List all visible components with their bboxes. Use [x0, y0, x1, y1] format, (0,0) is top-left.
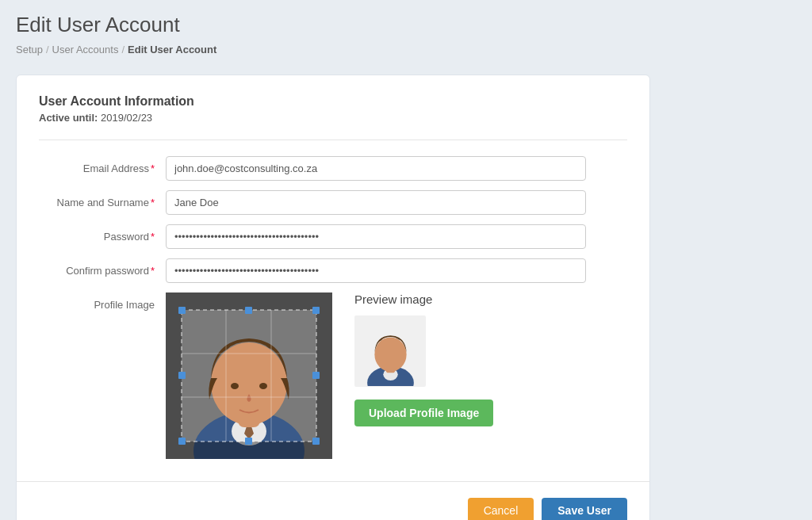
- password-field[interactable]: [166, 224, 586, 249]
- breadcrumb-user-accounts[interactable]: User Accounts: [52, 44, 119, 55]
- preview-avatar-svg: [357, 316, 424, 386]
- confirm-password-label: Confirm password*: [39, 265, 166, 277]
- svg-rect-23: [312, 372, 320, 379]
- cancel-button[interactable]: Cancel: [468, 498, 534, 520]
- breadcrumb-setup[interactable]: Setup: [16, 44, 43, 55]
- name-group: Name and Surname*: [39, 190, 627, 215]
- password-label: Password*: [39, 231, 166, 243]
- preview-label: Preview image: [354, 292, 432, 306]
- section-title: User Account Information: [39, 94, 627, 109]
- upload-profile-image-button[interactable]: Upload Profile Image: [354, 400, 493, 426]
- svg-rect-19: [312, 438, 320, 445]
- profile-image-label: Profile Image: [39, 292, 166, 311]
- svg-rect-21: [245, 438, 252, 445]
- confirm-password-field[interactable]: [166, 258, 586, 283]
- svg-point-28: [374, 337, 406, 372]
- form-card: User Account Information Active until: 2…: [16, 75, 650, 520]
- save-user-button[interactable]: Save User: [542, 498, 627, 520]
- footer-actions: Cancel Save User: [39, 498, 627, 520]
- profile-image-section: Profile Image: [39, 292, 627, 459]
- crop-overlay: [166, 292, 332, 459]
- svg-rect-17: [312, 307, 320, 314]
- footer-divider: [17, 481, 649, 482]
- password-group: Password*: [39, 224, 627, 249]
- crop-svg: [166, 292, 332, 459]
- preview-section: Preview image: [354, 292, 493, 426]
- svg-rect-20: [245, 307, 252, 314]
- preview-avatar: [354, 315, 426, 387]
- active-until: Active until: 2019/02/23: [39, 112, 627, 124]
- breadcrumb: Setup / User Accounts / Edit User Accoun…: [16, 44, 216, 55]
- svg-rect-16: [178, 307, 186, 314]
- email-label: Email Address*: [39, 162, 166, 174]
- page-title: Edit User Account: [16, 13, 216, 37]
- email-field[interactable]: [166, 156, 586, 181]
- name-label: Name and Surname*: [39, 197, 166, 208]
- svg-rect-11: [182, 310, 316, 442]
- confirm-password-group: Confirm password*: [39, 258, 627, 283]
- email-group: Email Address*: [39, 156, 627, 181]
- breadcrumb-current: Edit User Account: [128, 44, 216, 55]
- svg-rect-22: [178, 372, 186, 379]
- name-field[interactable]: [166, 190, 586, 215]
- image-crop-box[interactable]: [166, 292, 332, 459]
- divider-top: [39, 140, 627, 140]
- svg-rect-18: [178, 438, 186, 445]
